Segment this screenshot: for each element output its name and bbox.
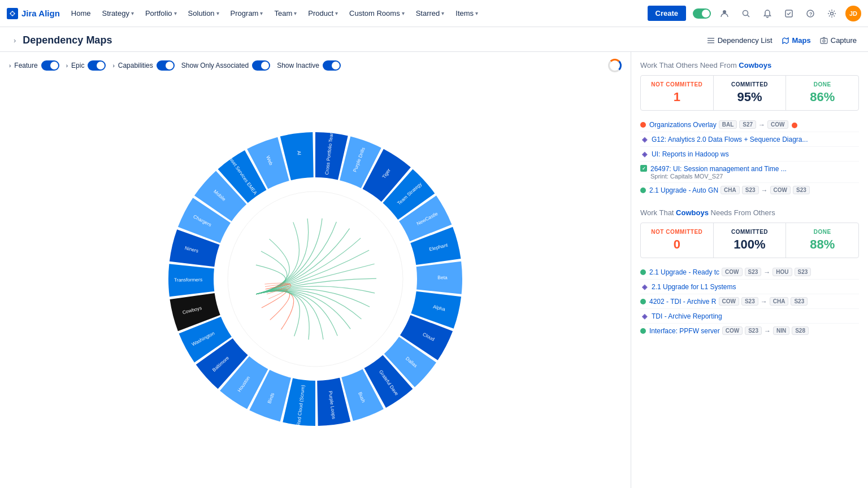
dep-tags: Organizations Overlay BAL S27 → COW	[649, 120, 859, 129]
dep-item: ◈ 2.1 Upgrade for L1 Systems	[640, 280, 859, 294]
dep-title[interactable]: 26497: UI: Session management and Time .…	[650, 165, 787, 173]
filter-bar: › Feature › Epic › Capabilities Show Onl…	[9, 59, 622, 72]
svg-text:Transformers: Transformers	[174, 277, 202, 282]
create-button[interactable]: Create	[648, 6, 686, 21]
dependency-list-label: Dependency List	[718, 36, 772, 45]
filter-feature-label: Feature	[14, 62, 37, 69]
maps-button[interactable]: Maps	[782, 36, 811, 45]
filter-capabilities: › Capabilities	[112, 60, 174, 71]
dep-title[interactable]: 4202 - TDI - Archive R	[649, 298, 717, 306]
arrow-icon: ›	[9, 63, 11, 69]
page-header: › Dependency Maps Dependency List Maps C…	[0, 27, 868, 52]
dep-title[interactable]: 2.1 Upgrade for L1 Systems	[652, 283, 736, 291]
app-logo[interactable]: Jira Align	[7, 8, 60, 19]
avatar[interactable]: JD	[845, 6, 861, 21]
filter-epic: › Epic	[66, 60, 106, 71]
not-committed-stat-1: NOT COMMITTED 1	[641, 76, 714, 110]
dep-title[interactable]: G12: Analytics 2.0 Data Flows + Sequence…	[652, 136, 808, 143]
dep-subtitle: Sprint: Capitals MOV_S27	[650, 173, 859, 180]
search-icon[interactable]	[738, 6, 754, 21]
svg-rect-9	[708, 38, 714, 39]
epic-icon: ◈	[640, 150, 648, 158]
nav-program[interactable]: Program ▾	[226, 7, 268, 20]
capture-label: Capture	[831, 36, 857, 45]
loading-spinner	[608, 59, 622, 72]
associated-toggle[interactable]	[252, 60, 270, 71]
nav-icons: ? JD	[693, 6, 861, 21]
tag: S23	[795, 268, 811, 276]
help-icon[interactable]: ?	[802, 6, 818, 21]
chevron-down-icon: ▾	[402, 10, 405, 16]
epic-toggle[interactable]	[88, 60, 106, 71]
tag: COW	[770, 186, 791, 194]
checklist-icon[interactable]	[781, 6, 797, 21]
nav-strategy[interactable]: Strategy ▾	[97, 7, 138, 20]
dep-title[interactable]: Interface: PPFW server	[649, 327, 720, 335]
tag: S27	[739, 120, 756, 129]
capture-button[interactable]: Capture	[820, 36, 857, 45]
dep-item: 2.1 Upgrade - Ready tc COW S23 → HOU S23	[640, 265, 859, 280]
done-stat-1: DONE 86%	[786, 76, 858, 110]
dep-content: 26497: UI: Session management and Time .…	[650, 164, 859, 180]
tag: CHA	[770, 297, 789, 306]
dep-item: Interface: PPFW server COW S23 → NIN S28	[640, 324, 859, 338]
svg-rect-10	[708, 40, 714, 41]
chord-diagram-container[interactable]: Cross Portfolio TeamPurple DrillsTigerTe…	[9, 77, 622, 481]
dep-title[interactable]: Organizations Overlay	[649, 121, 717, 129]
dep-content: G12: Analytics 2.0 Data Flows + Sequence…	[652, 135, 859, 143]
cowboys-link-2[interactable]: Cowboys	[676, 208, 709, 217]
tag: S23	[791, 297, 808, 306]
dep-title[interactable]: 2.1 Upgrade - Ready tc	[649, 268, 719, 276]
svg-text:AI: AI	[296, 150, 302, 155]
nav-team[interactable]: Team ▾	[270, 7, 301, 20]
nav-portfolio[interactable]: Portfolio ▾	[141, 7, 181, 20]
stats-row-2: NOT COMMITTED 0 COMMITTED 100% DONE 88%	[640, 223, 859, 258]
dependency-list-button[interactable]: Dependency List	[707, 36, 772, 45]
story-icon: ✓	[640, 165, 647, 172]
dep-tags: 4202 - TDI - Archive R COW S23 → CHA S23	[649, 297, 859, 306]
capture-icon	[820, 37, 828, 45]
status-dot-red	[640, 122, 646, 128]
nav-custom-rooms[interactable]: Custom Rooms ▾	[345, 7, 409, 20]
chart-area: › Feature › Epic › Capabilities Show Onl…	[0, 52, 631, 488]
status-dot-green	[640, 188, 646, 193]
dep-content: 2.1 Upgrade - Ready tc COW S23 → HOU S23	[649, 268, 859, 276]
tag: COW	[767, 120, 788, 129]
tag: COW	[722, 326, 743, 335]
svg-point-1	[11, 12, 14, 15]
capabilities-toggle[interactable]	[157, 60, 175, 71]
user-icon[interactable]	[717, 6, 732, 21]
nav-starred[interactable]: Starred ▾	[411, 7, 449, 20]
sidebar-collapse-button[interactable]: ›	[11, 34, 18, 47]
nav-solution[interactable]: Solution ▾	[184, 7, 224, 20]
svg-rect-12	[821, 38, 827, 43]
chevron-down-icon: ▾	[335, 10, 338, 16]
tag: HOU	[772, 268, 792, 276]
dep-content: UI: Reports in Hadoop ws	[652, 150, 859, 158]
section1-title: Work That Others Need From Cowboys	[640, 61, 859, 69]
settings-icon[interactable]	[824, 6, 840, 21]
done-value-2: 88%	[793, 237, 852, 252]
dep-title[interactable]: 2.1 Upgrade - Auto GN	[649, 186, 718, 194]
notifications-icon[interactable]	[760, 6, 775, 21]
work-cowboys-needs-section: Work That Cowboys Needs From Others NOT …	[640, 208, 859, 338]
dep-title[interactable]: TDI - Archive Reporting	[652, 312, 722, 320]
svg-text:Beta: Beta	[437, 274, 448, 280]
inactive-toggle[interactable]	[323, 60, 341, 71]
chord-diagram[interactable]: Cross Portfolio TeamPurple DrillsTigerTe…	[157, 121, 474, 437]
dep-content: TDI - Archive Reporting	[652, 312, 859, 320]
work-others-need-section: Work That Others Need From Cowboys NOT C…	[640, 61, 859, 197]
header-actions: Dependency List Maps Capture	[707, 36, 857, 45]
filter-epic-label: Epic	[71, 62, 84, 69]
dep-title[interactable]: UI: Reports in Hadoop ws	[652, 150, 729, 158]
arrow-icon: ›	[66, 63, 68, 69]
nav-items[interactable]: Items ▾	[451, 7, 483, 20]
cowboys-link-1[interactable]: Cowboys	[739, 61, 771, 69]
feature-toggle[interactable]	[41, 60, 59, 71]
chevron-down-icon: ▾	[441, 10, 444, 16]
environment-toggle[interactable]	[693, 8, 711, 19]
tag: S23	[742, 186, 759, 194]
nav-home[interactable]: Home	[67, 7, 96, 20]
dep-item: Organizations Overlay BAL S27 → COW	[640, 117, 859, 132]
nav-product[interactable]: Product ▾	[303, 7, 342, 20]
